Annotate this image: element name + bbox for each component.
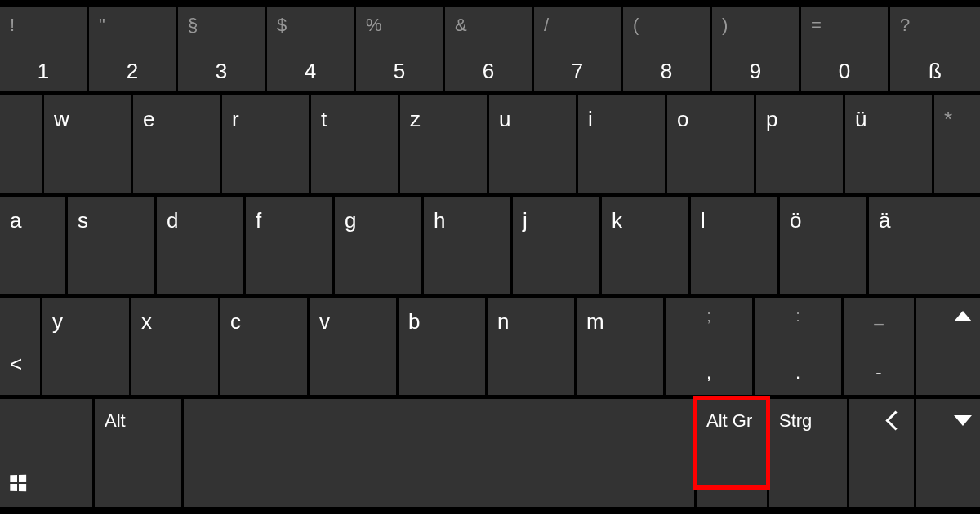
key-windows[interactable] <box>0 399 92 507</box>
key-e[interactable]: e <box>133 95 220 193</box>
key-comma[interactable]: ;, <box>666 298 752 395</box>
key-period[interactable]: :. <box>755 298 841 395</box>
key-v[interactable]: v <box>310 298 396 395</box>
key-r[interactable]: r <box>222 95 309 193</box>
key-z[interactable]: z <box>400 95 487 193</box>
key-3[interactable]: §3 <box>178 7 265 91</box>
key-g[interactable]: g <box>335 197 421 294</box>
key-arrow-left[interactable] <box>849 399 914 507</box>
key-n[interactable]: n <box>488 298 574 395</box>
key-dash[interactable]: _- <box>844 298 914 395</box>
key-7[interactable]: /7 <box>534 7 621 91</box>
key-w[interactable]: w <box>44 95 131 193</box>
key-arrow-down[interactable] <box>916 399 980 507</box>
key-5[interactable]: %5 <box>356 7 443 91</box>
key-f[interactable]: f <box>246 197 332 294</box>
key-b[interactable]: b <box>399 298 485 395</box>
key-x[interactable]: x <box>131 298 218 395</box>
key-angle[interactable]: < <box>0 298 40 395</box>
key-a[interactable]: a <box>0 197 65 294</box>
key-star[interactable]: * <box>934 95 980 193</box>
key-d[interactable]: d <box>157 197 243 294</box>
key-alt[interactable]: Alt <box>95 399 181 507</box>
key-l[interactable]: l <box>691 197 777 294</box>
key-strg[interactable]: Strg <box>769 399 847 507</box>
windows-icon <box>10 475 26 491</box>
key-y[interactable]: y <box>42 298 129 395</box>
key-j[interactable]: j <box>513 197 599 294</box>
key-ae[interactable]: ä <box>869 197 980 294</box>
key-h[interactable]: h <box>424 197 510 294</box>
key-1[interactable]: !1 <box>0 7 87 91</box>
caret-down-icon <box>954 415 972 426</box>
caret-up-icon <box>954 311 972 321</box>
key-u[interactable]: u <box>489 95 576 193</box>
key-i[interactable]: i <box>578 95 665 193</box>
chevron-left-icon <box>885 410 905 430</box>
key-o[interactable]: o <box>667 95 754 193</box>
key-space[interactable] <box>184 399 694 507</box>
key-partial-q[interactable] <box>0 95 42 193</box>
key-s[interactable]: s <box>68 197 154 294</box>
key-8[interactable]: (8 <box>623 7 710 91</box>
key-2[interactable]: "2 <box>89 7 176 91</box>
on-screen-keyboard: !1 "2 §3 $4 %5 &6 /7 (8 )9 =0 ?ß w e r t… <box>0 0 980 514</box>
key-ue[interactable]: ü <box>845 95 932 193</box>
key-sz[interactable]: ?ß <box>890 7 980 91</box>
key-c[interactable]: c <box>220 298 307 395</box>
key-k[interactable]: k <box>602 197 688 294</box>
key-4[interactable]: $4 <box>267 7 354 91</box>
key-t[interactable]: t <box>311 95 398 193</box>
key-arrow-up[interactable] <box>916 298 980 395</box>
key-m[interactable]: m <box>577 298 663 395</box>
key-p[interactable]: p <box>756 95 843 193</box>
key-0[interactable]: =0 <box>801 7 888 91</box>
key-oe[interactable]: ö <box>780 197 866 294</box>
key-9[interactable]: )9 <box>712 7 799 91</box>
key-altgr[interactable]: Alt Gr <box>697 399 767 507</box>
key-6[interactable]: &6 <box>445 7 532 91</box>
